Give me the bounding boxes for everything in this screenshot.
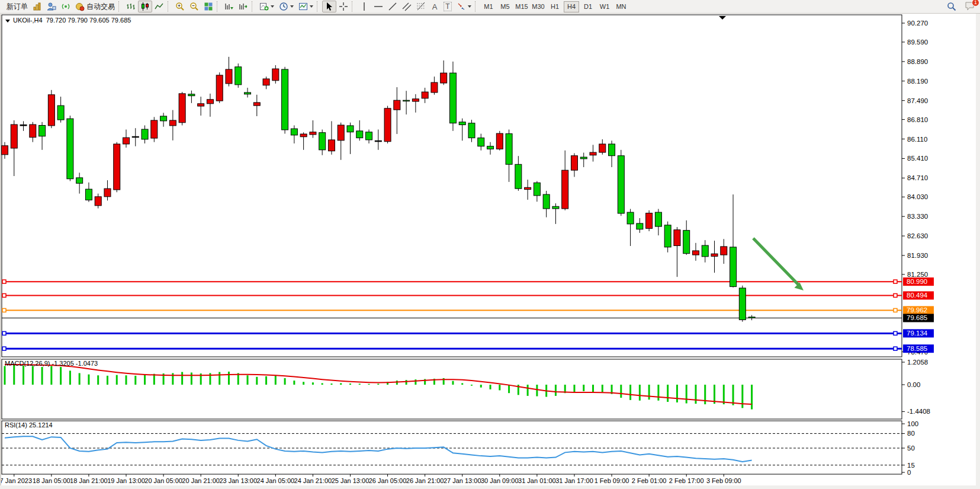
chart-canvas[interactable]: 90.27089.59088.89088.19087.49086.81086.1… (0, 0, 980, 489)
timeframe-MN[interactable]: MN (613, 1, 629, 12)
price-axis-label: 89.590 (907, 39, 928, 46)
line-handle[interactable] (894, 347, 897, 350)
line-handle[interactable] (2, 308, 6, 312)
candle-body (356, 131, 363, 138)
timeframe-H4[interactable]: H4 (564, 1, 579, 12)
line-handle[interactable] (2, 280, 6, 283)
candle-body (441, 73, 447, 83)
candle-body (282, 69, 288, 130)
candle-body (207, 100, 213, 104)
candle-body (216, 75, 223, 101)
macd-histogram-bar (247, 375, 249, 385)
macd-histogram-bar (32, 366, 34, 385)
accounts-icon[interactable] (44, 1, 59, 12)
arrows-tool-icon[interactable] (454, 1, 474, 12)
line-handle[interactable] (894, 293, 897, 297)
rsi-pane[interactable] (2, 421, 902, 474)
candle-body (384, 108, 391, 142)
crosshair-tool-icon[interactable] (336, 1, 351, 12)
timeframe-M15[interactable]: M15 (514, 1, 529, 12)
macd-pane[interactable] (2, 359, 902, 419)
price-axis-label: 83.330 (907, 213, 928, 220)
time-axis-label: 31 Jan 01:00 (518, 477, 556, 484)
line-chart-mode-icon[interactable] (152, 1, 166, 12)
timeframe-M1[interactable]: M1 (481, 1, 496, 12)
timeframe-D1[interactable]: D1 (580, 1, 596, 12)
macd-histogram-bar (107, 376, 108, 385)
price-axis-label: 88.890 (907, 58, 928, 65)
horizontal-line-tool-icon[interactable] (371, 1, 385, 12)
candle-body (11, 124, 17, 148)
candle-body (160, 116, 167, 121)
templates-icon[interactable] (296, 1, 316, 12)
symbol-dropdown-icon[interactable] (5, 20, 10, 23)
macd-histogram-bar (13, 365, 15, 385)
auto-scroll-icon[interactable] (222, 1, 236, 12)
notifications-button[interactable]: 1 (965, 1, 975, 12)
rsi-axis-label: 100 (907, 420, 918, 427)
macd-axis-label: 1.2058 (907, 359, 928, 366)
macd-histogram-bar (312, 382, 314, 385)
main-chart-pane[interactable] (2, 15, 902, 357)
rsi-indicator-label: RSI(14) 25.1214 (5, 421, 53, 429)
macd-histogram-bar (303, 382, 304, 385)
signals-icon[interactable] (59, 1, 73, 12)
candle-body (459, 122, 465, 125)
candle-body (590, 152, 596, 155)
macd-histogram-bar (228, 372, 230, 385)
rsi-value: 25.1214 (29, 421, 53, 429)
price-axis-label: 81.930 (907, 252, 928, 259)
label-tool-button[interactable]: T (441, 1, 454, 12)
zoom-out-icon[interactable] (187, 1, 201, 12)
line-handle[interactable] (894, 308, 897, 312)
line-handle[interactable] (894, 280, 897, 283)
chart-symbol-header[interactable]: UKOil-,H4 79.720 79.790 79.605 79.685 (5, 17, 131, 24)
market-watch-icon[interactable] (30, 1, 44, 12)
tile-windows-icon[interactable] (201, 1, 216, 12)
period-clock-icon[interactable] (277, 1, 296, 12)
candle-body (245, 92, 251, 94)
new-chart-icon[interactable] (257, 1, 277, 12)
macd-histogram-bar (686, 385, 687, 404)
bar-chart-mode-icon[interactable] (124, 1, 138, 12)
price-level-badge-text: 79.962 (907, 306, 927, 314)
line-handle[interactable] (2, 331, 6, 335)
text-tool-button[interactable]: A (428, 1, 441, 12)
candle-body (515, 164, 522, 188)
autotrade-label: 自动交易 (86, 2, 115, 12)
price-level-badge-text: 80.990 (907, 278, 927, 285)
zoom-in-icon[interactable] (173, 1, 187, 12)
candlestick-mode-icon[interactable] (138, 1, 152, 12)
line-handle[interactable] (2, 347, 6, 350)
candle-body (721, 247, 727, 255)
macd-histogram-bar (23, 366, 24, 385)
time-axis-label: 27 Jan 13:00 (444, 477, 481, 484)
candle-body (151, 120, 158, 138)
timeframe-M30[interactable]: M30 (531, 1, 546, 12)
autotrade-button[interactable]: 自动交易 (73, 1, 117, 12)
channel-tool-icon[interactable] (400, 1, 414, 12)
line-handle[interactable] (894, 331, 897, 335)
line-handle[interactable] (2, 293, 6, 297)
chart-shift-icon[interactable] (236, 1, 250, 12)
timeframe-H1[interactable]: H1 (547, 1, 563, 12)
rsi-axis-label: 50 (907, 445, 915, 452)
macd-histogram-bar (60, 367, 62, 385)
trendline-tool-icon[interactable] (385, 1, 400, 12)
price-axis-label: 84.030 (907, 193, 928, 200)
price-axis-label: 82.630 (907, 232, 928, 239)
fibonacci-tool-icon[interactable] (414, 1, 428, 12)
macd-histogram-bar (359, 383, 361, 385)
candle-body (104, 188, 111, 197)
macd-histogram-bar (340, 383, 342, 385)
macd-histogram-bar (676, 385, 678, 402)
timeframe-group: M1M5M15M30H1H4D1W1MN (480, 0, 629, 14)
cursor-tool-icon[interactable] (322, 1, 336, 12)
timeframe-M5[interactable]: M5 (497, 1, 513, 12)
candle-body (328, 140, 335, 151)
new-order-button[interactable]: 新订单 (2, 1, 30, 12)
vertical-line-tool-icon[interactable] (357, 1, 371, 12)
candle-body (730, 247, 737, 287)
timeframe-W1[interactable]: W1 (597, 1, 612, 12)
search-icon[interactable] (944, 1, 959, 12)
